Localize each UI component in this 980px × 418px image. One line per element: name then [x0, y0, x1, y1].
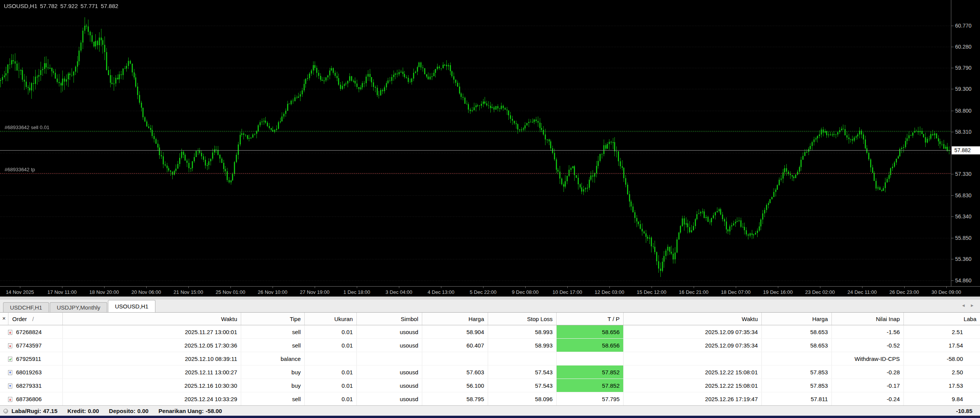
column-header-nilai-inap[interactable]: Nilai Inap — [831, 313, 903, 325]
column-header-label: Stop Loss — [527, 316, 553, 322]
chart-close-value: 57.882 — [101, 3, 118, 9]
time-axis-label: 1 Dec 18:00 — [343, 289, 370, 295]
price-tick-label: 60.770 — [955, 23, 972, 28]
price-tickmark — [951, 26, 954, 26]
cell-harga2: 58.653 — [761, 339, 831, 352]
cell-value-waktu2: 2025.12.26 17:19:47 — [705, 396, 758, 402]
time-axis-label: 10 Dec 17:00 — [552, 289, 582, 295]
time-axis-label: 18 Nov 20:00 — [89, 289, 119, 295]
time-tickmark — [357, 287, 357, 288]
cell-harga: 58.904 — [422, 325, 488, 339]
time-tickmark — [399, 287, 399, 288]
cell-tipe: sell — [241, 325, 304, 339]
price-tick-label: 56.830 — [955, 193, 972, 198]
cell-nilai_inap: -0.28 — [831, 366, 903, 379]
terminal-history-panel: ×Order/WaktuTipeUkuranSimbolHargaStop Lo… — [0, 313, 980, 405]
cell-order: 68736806 — [0, 392, 62, 406]
chart-tab-usdchf-h1[interactable]: USDCHF,H1 — [3, 302, 49, 312]
history-row[interactable]: 672688242025.11.27 13:00:01sell0.01usous… — [0, 325, 980, 339]
time-tickmark — [778, 287, 778, 288]
cell-value-tipe: buy — [291, 369, 301, 375]
price-tickmark — [951, 259, 954, 259]
tab-scroll-left-icon[interactable]: ◄ — [960, 302, 969, 308]
cell-harga2: 58.653 — [761, 325, 831, 339]
cell-value-tp: 57.795 — [602, 396, 620, 402]
history-row[interactable]: 682793312025.12.16 10:30:30buy0.01usousd… — [0, 379, 980, 392]
cell-tipe: buy — [241, 366, 304, 379]
cell-value-tipe: sell — [292, 329, 301, 335]
chart-tab-usousd-h1[interactable]: USOUSD,H1 — [108, 300, 155, 312]
chart-symbol-period: USOUSD,H1 — [4, 3, 38, 9]
cell-tipe: buy — [241, 379, 304, 392]
cell-harga: 56.100 — [422, 379, 488, 392]
price-tick-label: 55.360 — [955, 256, 972, 262]
history-row[interactable]: 677435972025.12.05 17:30:36sell0.01usous… — [0, 339, 980, 352]
chart-area: USOUSD,H157.78257.92257.77157.882 #68933… — [0, 0, 980, 297]
chart-tab-label: USOUSD,H1 — [115, 303, 149, 310]
column-header-order[interactable]: ×Order/ — [0, 313, 62, 325]
cell-laba: -58.00 — [903, 352, 980, 366]
cell-harga — [422, 352, 488, 366]
cell-value-ukuran: 0.01 — [341, 382, 353, 389]
candlestick-chart[interactable] — [0, 0, 951, 286]
price-scale[interactable]: 60.77060.28059.79059.30058.80058.31057.3… — [951, 0, 980, 286]
column-header-label: Nilai Inap — [876, 316, 900, 322]
cell-nilai_inap: -0.52 — [831, 339, 903, 352]
column-header-label: Simbol — [401, 316, 418, 322]
close-terminal-button[interactable]: × — [0, 313, 8, 325]
cell-harga2 — [761, 352, 831, 366]
column-header-simbol[interactable]: Simbol — [356, 313, 422, 325]
cell-waktu: 2025.12.11 13:00:27 — [62, 366, 241, 379]
column-header-tipe[interactable]: Tipe — [241, 313, 304, 325]
column-header-waktu[interactable]: Waktu — [62, 313, 241, 325]
history-row[interactable]: 680192632025.12.11 13:00:27buy0.01usousd… — [0, 366, 980, 379]
take-profit-line[interactable] — [0, 173, 951, 174]
cell-value-tipe: sell — [292, 396, 301, 402]
cell-value-simbol: usousd — [400, 342, 418, 349]
column-header-ukuran[interactable]: Ukuran — [304, 313, 356, 325]
price-tick-label: 58.310 — [955, 129, 972, 134]
chart-tab-usdjpy-monthly[interactable]: USDJPY,Monthly — [50, 302, 107, 312]
open-order-line[interactable] — [0, 131, 951, 131]
time-axis-label: 19 Dec 16:00 — [763, 289, 792, 295]
cell-harga2: 57.853 — [761, 379, 831, 392]
cell-value-stop_loss: 58.096 — [535, 396, 553, 402]
column-header-stop-loss[interactable]: Stop Loss — [488, 313, 556, 325]
current-price-line[interactable] — [0, 150, 951, 151]
tab-scroll-controls: ◄► — [960, 303, 978, 308]
cell-value-waktu: 2025.12.10 08:39:11 — [185, 356, 237, 362]
order-number: 68279331 — [16, 382, 42, 389]
cell-value-tipe: sell — [292, 342, 301, 349]
cell-tp: 57.795 — [556, 392, 623, 406]
cell-value-laba: 2.50 — [952, 369, 963, 375]
window-splitter[interactable] — [0, 297, 980, 300]
time-tickmark — [820, 287, 820, 288]
column-header-t-p[interactable]: T / P — [556, 313, 623, 325]
cell-laba: 2.51 — [903, 325, 980, 339]
cell-order: 67925911 — [0, 352, 62, 366]
cell-ukuran: 0.01 — [304, 379, 356, 392]
cell-waktu: 2025.12.16 10:30:30 — [62, 379, 241, 392]
history-row[interactable]: 687368062025.12.24 10:33:29sell0.01usous… — [0, 392, 980, 406]
column-header-laba[interactable]: Laba — [903, 313, 980, 325]
column-header-label: Harga — [812, 316, 828, 322]
tab-scroll-right-icon[interactable]: ► — [969, 302, 978, 308]
time-axis[interactable]: 14 Nov 202517 Nov 11:0018 Nov 20:0020 No… — [0, 286, 980, 297]
status-value: 47.15 — [43, 408, 58, 414]
cell-value-harga2: 57.853 — [810, 382, 828, 389]
cell-value-ukuran: 0.01 — [341, 396, 353, 402]
history-row[interactable]: 679259112025.12.10 08:39:11balanceWithdr… — [0, 352, 980, 366]
cell-stop_loss: 58.993 — [488, 339, 556, 352]
cell-stop_loss — [488, 352, 556, 366]
status-value: 0.00 — [88, 408, 99, 414]
order-balance-icon — [8, 357, 13, 362]
column-header-harga[interactable]: Harga — [422, 313, 488, 325]
cell-order: 67268824 — [0, 325, 62, 339]
time-tickmark — [273, 287, 273, 288]
cell-value-nilai_inap: -0.28 — [887, 369, 900, 375]
price-tickmark — [951, 280, 954, 281]
column-header-waktu[interactable]: Waktu — [623, 313, 761, 325]
column-header-harga[interactable]: Harga — [761, 313, 831, 325]
price-tick-label: 55.850 — [955, 235, 972, 241]
time-axis-label: 26 Dec 23:00 — [889, 289, 919, 295]
